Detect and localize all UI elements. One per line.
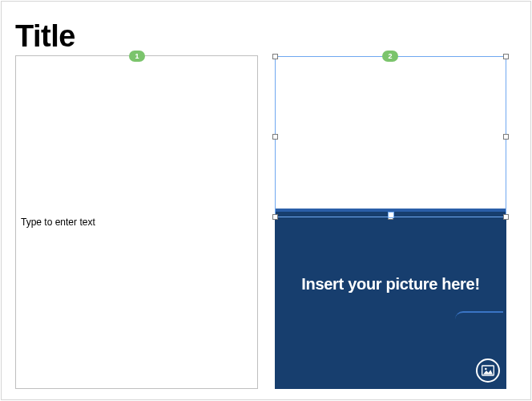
resize-handle-ml[interactable] <box>272 134 278 140</box>
resize-handle-tr[interactable] <box>503 54 509 59</box>
slide-canvas[interactable]: Title Type to enter text 1 2 Insert your… <box>1 1 531 400</box>
picture-icon <box>482 365 494 376</box>
placeholder-badge-2: 2 <box>382 51 398 62</box>
picture-placeholder-prompt: Insert your picture here! <box>301 275 480 294</box>
resize-handle-mid[interactable] <box>388 212 394 218</box>
placeholder-badge-1: 1 <box>129 51 145 62</box>
slide-title[interactable]: Title <box>15 19 75 54</box>
text-placeholder-prompt: Type to enter text <box>21 217 95 228</box>
resize-handle-tl[interactable] <box>272 54 278 59</box>
selection-frame[interactable] <box>275 56 506 217</box>
picture-placeholder[interactable]: Insert your picture here! <box>275 209 506 389</box>
svg-point-1 <box>485 368 487 371</box>
text-placeholder[interactable]: Type to enter text <box>15 55 258 389</box>
accent-line <box>455 311 503 319</box>
resize-handle-bl[interactable] <box>272 214 278 220</box>
resize-handle-mr[interactable] <box>503 134 509 140</box>
insert-picture-button[interactable] <box>476 358 500 383</box>
resize-handle-br[interactable] <box>503 214 509 220</box>
